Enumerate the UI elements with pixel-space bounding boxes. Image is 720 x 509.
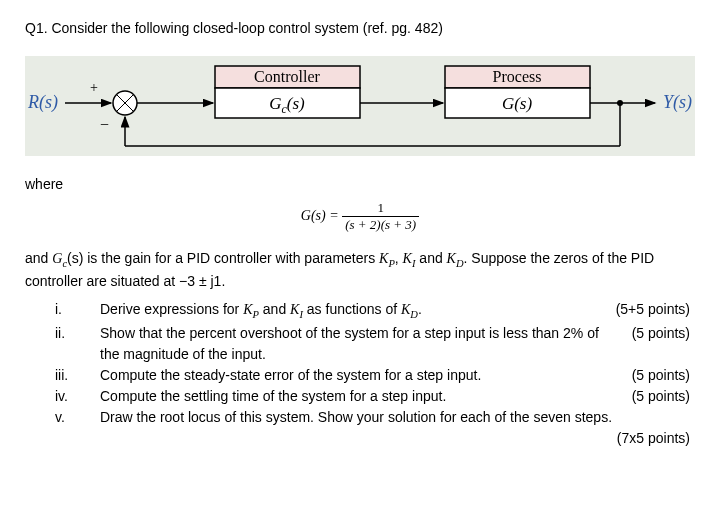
item-text: Derive expressions for KP and KI as func… [100, 301, 422, 317]
item-text: Show that the percent overshoot of the s… [100, 325, 599, 362]
item-points: (5+5 points) [606, 299, 690, 320]
body-paragraph: and Gc(s) is the gain for a PID controll… [25, 248, 695, 291]
list-item: ii. (5 points) Show that the percent ove… [25, 323, 695, 365]
item-number: ii. [25, 323, 100, 365]
subquestion-list: i. (5+5 points) Derive expressions for K… [25, 299, 695, 449]
process-header: Process [493, 68, 542, 85]
item-points: (5 points) [622, 365, 690, 386]
item-text: Compute the steady-state error of the sy… [100, 367, 481, 383]
item-text: Compute the settling time of the system … [100, 388, 446, 404]
item-number: v. [25, 407, 100, 428]
block-diagram: R(s) + − Controller Gc(s) Process G(s) Y… [25, 56, 695, 156]
plant-formula: G(s) = 1 (s + 2)(s + 3) [25, 200, 695, 233]
list-item: i. (5+5 points) Derive expressions for K… [25, 299, 695, 323]
controller-tf: Gc(s) [269, 94, 305, 116]
list-item: iii. (5 points) Compute the steady-state… [25, 365, 695, 386]
item-number: i. [25, 299, 100, 323]
controller-header: Controller [254, 68, 320, 85]
item-points: (5 points) [622, 323, 690, 344]
output-label: Y(s) [663, 92, 692, 113]
item-points: (7x5 points) [607, 428, 690, 449]
process-tf: G(s) [502, 94, 533, 113]
item-points: (5 points) [622, 386, 690, 407]
plus-sign: + [90, 80, 98, 95]
input-label: R(s) [27, 92, 58, 113]
item-number: iv. [25, 386, 100, 407]
where-label: where [25, 176, 695, 192]
item-number: iii. [25, 365, 100, 386]
question-title: Q1. Consider the following closed-loop c… [25, 20, 695, 36]
minus-sign: − [100, 116, 109, 133]
item-text: Draw the root locus of this system. Show… [100, 409, 612, 425]
list-item: v. Draw the root locus of this system. S… [25, 407, 695, 428]
list-item: (7x5 points) [25, 428, 695, 449]
list-item: iv. (5 points) Compute the settling time… [25, 386, 695, 407]
